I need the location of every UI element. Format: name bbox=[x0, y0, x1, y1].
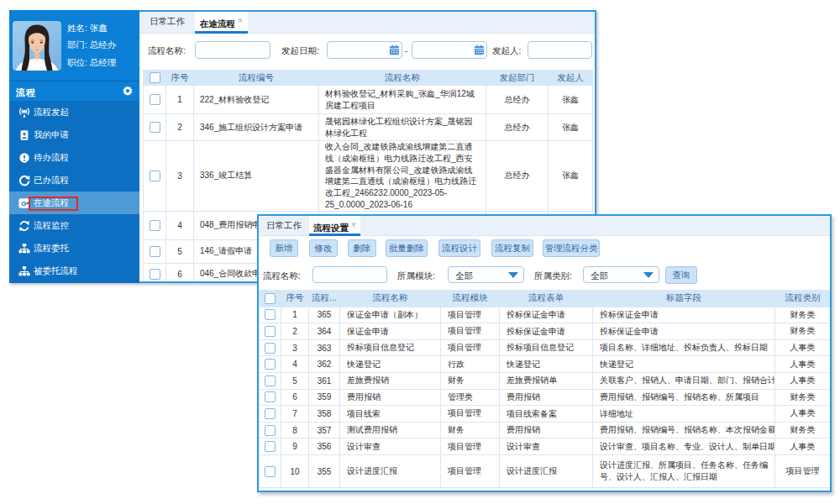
svg-text:G: G bbox=[21, 200, 26, 207]
